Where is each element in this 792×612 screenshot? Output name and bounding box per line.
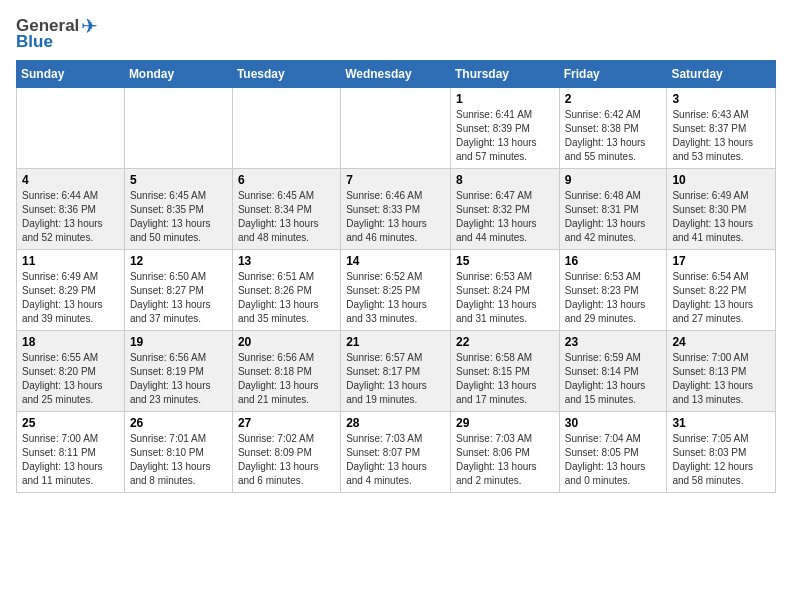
- day-info: Sunrise: 6:44 AM Sunset: 8:36 PM Dayligh…: [22, 189, 119, 245]
- day-info: Sunrise: 6:41 AM Sunset: 8:39 PM Dayligh…: [456, 108, 554, 164]
- calendar-cell: 28Sunrise: 7:03 AM Sunset: 8:07 PM Dayli…: [341, 412, 451, 493]
- day-number: 24: [672, 335, 770, 349]
- day-info: Sunrise: 6:59 AM Sunset: 8:14 PM Dayligh…: [565, 351, 662, 407]
- day-info: Sunrise: 6:53 AM Sunset: 8:23 PM Dayligh…: [565, 270, 662, 326]
- day-number: 1: [456, 92, 554, 106]
- logo-bird-icon: ✈: [81, 16, 98, 36]
- day-info: Sunrise: 7:03 AM Sunset: 8:07 PM Dayligh…: [346, 432, 445, 488]
- calendar-cell: [124, 88, 232, 169]
- day-info: Sunrise: 6:43 AM Sunset: 8:37 PM Dayligh…: [672, 108, 770, 164]
- day-info: Sunrise: 7:01 AM Sunset: 8:10 PM Dayligh…: [130, 432, 227, 488]
- calendar-cell: 21Sunrise: 6:57 AM Sunset: 8:17 PM Dayli…: [341, 331, 451, 412]
- day-number: 4: [22, 173, 119, 187]
- day-number: 29: [456, 416, 554, 430]
- day-number: 30: [565, 416, 662, 430]
- day-number: 20: [238, 335, 335, 349]
- calendar-cell: 15Sunrise: 6:53 AM Sunset: 8:24 PM Dayli…: [450, 250, 559, 331]
- calendar-cell: 18Sunrise: 6:55 AM Sunset: 8:20 PM Dayli…: [17, 331, 125, 412]
- day-number: 14: [346, 254, 445, 268]
- day-number: 22: [456, 335, 554, 349]
- day-info: Sunrise: 7:05 AM Sunset: 8:03 PM Dayligh…: [672, 432, 770, 488]
- calendar-cell: 14Sunrise: 6:52 AM Sunset: 8:25 PM Dayli…: [341, 250, 451, 331]
- day-number: 19: [130, 335, 227, 349]
- header: General ✈ Blue: [16, 16, 776, 52]
- calendar-cell: 10Sunrise: 6:49 AM Sunset: 8:30 PM Dayli…: [667, 169, 776, 250]
- day-info: Sunrise: 6:45 AM Sunset: 8:35 PM Dayligh…: [130, 189, 227, 245]
- day-info: Sunrise: 6:42 AM Sunset: 8:38 PM Dayligh…: [565, 108, 662, 164]
- day-info: Sunrise: 6:49 AM Sunset: 8:29 PM Dayligh…: [22, 270, 119, 326]
- calendar-cell: 20Sunrise: 6:56 AM Sunset: 8:18 PM Dayli…: [232, 331, 340, 412]
- calendar-table: SundayMondayTuesdayWednesdayThursdayFrid…: [16, 60, 776, 493]
- calendar-header-sunday: Sunday: [17, 61, 125, 88]
- day-number: 13: [238, 254, 335, 268]
- calendar-cell: 1Sunrise: 6:41 AM Sunset: 8:39 PM Daylig…: [450, 88, 559, 169]
- calendar-cell: 25Sunrise: 7:00 AM Sunset: 8:11 PM Dayli…: [17, 412, 125, 493]
- day-number: 15: [456, 254, 554, 268]
- day-number: 7: [346, 173, 445, 187]
- calendar-cell: 26Sunrise: 7:01 AM Sunset: 8:10 PM Dayli…: [124, 412, 232, 493]
- day-number: 2: [565, 92, 662, 106]
- day-number: 21: [346, 335, 445, 349]
- calendar-cell: 8Sunrise: 6:47 AM Sunset: 8:32 PM Daylig…: [450, 169, 559, 250]
- day-info: Sunrise: 7:02 AM Sunset: 8:09 PM Dayligh…: [238, 432, 335, 488]
- calendar-cell: 31Sunrise: 7:05 AM Sunset: 8:03 PM Dayli…: [667, 412, 776, 493]
- calendar-week-row: 11Sunrise: 6:49 AM Sunset: 8:29 PM Dayli…: [17, 250, 776, 331]
- calendar-cell: 30Sunrise: 7:04 AM Sunset: 8:05 PM Dayli…: [559, 412, 667, 493]
- calendar-week-row: 4Sunrise: 6:44 AM Sunset: 8:36 PM Daylig…: [17, 169, 776, 250]
- day-number: 26: [130, 416, 227, 430]
- calendar-cell: 11Sunrise: 6:49 AM Sunset: 8:29 PM Dayli…: [17, 250, 125, 331]
- calendar-cell: [17, 88, 125, 169]
- day-info: Sunrise: 6:52 AM Sunset: 8:25 PM Dayligh…: [346, 270, 445, 326]
- day-number: 28: [346, 416, 445, 430]
- calendar-header-friday: Friday: [559, 61, 667, 88]
- day-info: Sunrise: 7:03 AM Sunset: 8:06 PM Dayligh…: [456, 432, 554, 488]
- day-number: 3: [672, 92, 770, 106]
- calendar-header-wednesday: Wednesday: [341, 61, 451, 88]
- day-info: Sunrise: 6:49 AM Sunset: 8:30 PM Dayligh…: [672, 189, 770, 245]
- calendar-cell: 16Sunrise: 6:53 AM Sunset: 8:23 PM Dayli…: [559, 250, 667, 331]
- calendar-cell: 7Sunrise: 6:46 AM Sunset: 8:33 PM Daylig…: [341, 169, 451, 250]
- calendar-week-row: 18Sunrise: 6:55 AM Sunset: 8:20 PM Dayli…: [17, 331, 776, 412]
- day-info: Sunrise: 6:54 AM Sunset: 8:22 PM Dayligh…: [672, 270, 770, 326]
- day-number: 27: [238, 416, 335, 430]
- day-number: 17: [672, 254, 770, 268]
- day-info: Sunrise: 6:50 AM Sunset: 8:27 PM Dayligh…: [130, 270, 227, 326]
- calendar-cell: 17Sunrise: 6:54 AM Sunset: 8:22 PM Dayli…: [667, 250, 776, 331]
- day-info: Sunrise: 6:58 AM Sunset: 8:15 PM Dayligh…: [456, 351, 554, 407]
- logo: General ✈ Blue: [16, 16, 98, 52]
- day-number: 9: [565, 173, 662, 187]
- calendar-cell: 12Sunrise: 6:50 AM Sunset: 8:27 PM Dayli…: [124, 250, 232, 331]
- calendar-cell: [232, 88, 340, 169]
- calendar-cell: 22Sunrise: 6:58 AM Sunset: 8:15 PM Dayli…: [450, 331, 559, 412]
- day-info: Sunrise: 6:55 AM Sunset: 8:20 PM Dayligh…: [22, 351, 119, 407]
- calendar-header-saturday: Saturday: [667, 61, 776, 88]
- calendar-header-tuesday: Tuesday: [232, 61, 340, 88]
- day-info: Sunrise: 6:56 AM Sunset: 8:19 PM Dayligh…: [130, 351, 227, 407]
- day-number: 16: [565, 254, 662, 268]
- calendar-cell: 9Sunrise: 6:48 AM Sunset: 8:31 PM Daylig…: [559, 169, 667, 250]
- calendar-week-row: 25Sunrise: 7:00 AM Sunset: 8:11 PM Dayli…: [17, 412, 776, 493]
- day-info: Sunrise: 7:04 AM Sunset: 8:05 PM Dayligh…: [565, 432, 662, 488]
- day-info: Sunrise: 6:47 AM Sunset: 8:32 PM Dayligh…: [456, 189, 554, 245]
- calendar-cell: [341, 88, 451, 169]
- calendar-cell: 6Sunrise: 6:45 AM Sunset: 8:34 PM Daylig…: [232, 169, 340, 250]
- calendar-cell: 4Sunrise: 6:44 AM Sunset: 8:36 PM Daylig…: [17, 169, 125, 250]
- calendar-cell: 19Sunrise: 6:56 AM Sunset: 8:19 PM Dayli…: [124, 331, 232, 412]
- calendar-cell: 29Sunrise: 7:03 AM Sunset: 8:06 PM Dayli…: [450, 412, 559, 493]
- calendar-cell: 27Sunrise: 7:02 AM Sunset: 8:09 PM Dayli…: [232, 412, 340, 493]
- day-number: 23: [565, 335, 662, 349]
- calendar-week-row: 1Sunrise: 6:41 AM Sunset: 8:39 PM Daylig…: [17, 88, 776, 169]
- calendar-cell: 23Sunrise: 6:59 AM Sunset: 8:14 PM Dayli…: [559, 331, 667, 412]
- calendar-header-row: SundayMondayTuesdayWednesdayThursdayFrid…: [17, 61, 776, 88]
- day-info: Sunrise: 6:45 AM Sunset: 8:34 PM Dayligh…: [238, 189, 335, 245]
- day-number: 25: [22, 416, 119, 430]
- day-number: 12: [130, 254, 227, 268]
- day-number: 18: [22, 335, 119, 349]
- day-number: 11: [22, 254, 119, 268]
- day-info: Sunrise: 6:48 AM Sunset: 8:31 PM Dayligh…: [565, 189, 662, 245]
- calendar-cell: 3Sunrise: 6:43 AM Sunset: 8:37 PM Daylig…: [667, 88, 776, 169]
- day-number: 6: [238, 173, 335, 187]
- calendar-header-thursday: Thursday: [450, 61, 559, 88]
- day-info: Sunrise: 6:56 AM Sunset: 8:18 PM Dayligh…: [238, 351, 335, 407]
- day-info: Sunrise: 6:51 AM Sunset: 8:26 PM Dayligh…: [238, 270, 335, 326]
